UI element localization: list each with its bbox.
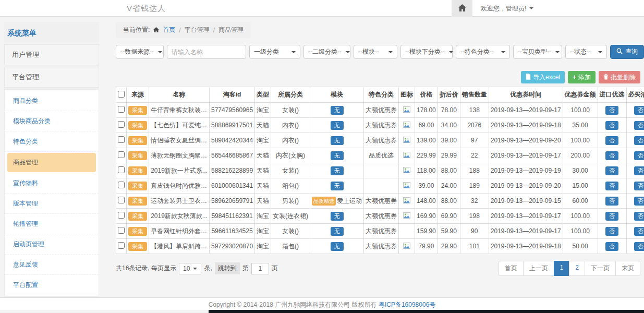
batch-delete-label: 批量删除	[611, 73, 636, 82]
sidebar-item-0[interactable]: 用户管理	[4, 44, 99, 65]
breadcrumb-item-platform[interactable]: 平台管理	[185, 26, 210, 34]
row-checkbox[interactable]	[118, 151, 125, 158]
breadcrumb-separator: /	[179, 27, 180, 34]
filter-select-3[interactable]: --模块--	[354, 45, 397, 59]
page-button-1[interactable]: 1	[554, 261, 570, 276]
row-select-cell	[116, 148, 127, 163]
import-select-badge[interactable]: 否	[605, 212, 618, 221]
filter-select-6[interactable]: --宝贝类型--	[513, 45, 562, 59]
filter-select-2[interactable]: --二级分类--	[303, 45, 350, 59]
feature-category-cell: 品质优选	[364, 148, 399, 163]
icp-link[interactable]: 粤ICP备16098006号	[379, 301, 435, 308]
import-select-badge[interactable]: 否	[605, 197, 618, 206]
row-checkbox[interactable]	[118, 212, 125, 219]
module-badge: 无	[331, 212, 344, 221]
module-cell: 品质精选爱上运动	[310, 194, 364, 209]
column-header-优惠券时间: 优惠券时间	[489, 87, 563, 103]
import-select-badge[interactable]: 否	[605, 166, 618, 175]
page-button-2[interactable]: 2	[569, 261, 585, 276]
sidebar-subitem-6[interactable]: 宣传物料	[5, 173, 99, 194]
must-buy-badge[interactable]: 否	[634, 182, 644, 190]
must-buy-badge[interactable]: 否	[634, 242, 644, 251]
add-button[interactable]: + 添加	[568, 71, 596, 83]
row-select-cell	[116, 118, 127, 133]
must-buy-badge[interactable]: 否	[634, 106, 644, 115]
breadcrumb-item-goods[interactable]: 商品管理	[218, 26, 244, 34]
home-button[interactable]	[452, 0, 472, 17]
row-checkbox[interactable]	[118, 121, 125, 128]
product-name-cell: 【港风】单肩斜跨链条...	[149, 239, 210, 254]
sidebar-subitem-2[interactable]: 商品分类	[5, 91, 99, 111]
filter-select-4[interactable]: --模块下分类--	[400, 45, 453, 59]
row-checkbox[interactable]	[118, 136, 125, 143]
import-select-badge[interactable]: 否	[605, 121, 618, 130]
category-cell: 男装()	[271, 194, 310, 209]
row-checkbox[interactable]	[118, 106, 125, 113]
import-select-badge[interactable]: 否	[605, 227, 618, 236]
page-button-上一页[interactable]: 上一页	[523, 261, 554, 276]
user-menu[interactable]: 欢迎您，管理员!	[472, 0, 542, 17]
sidebar-subitem-10[interactable]: 意见反馈	[5, 255, 99, 275]
image-icon	[403, 213, 410, 220]
filter-select-label: --宝贝类型--	[518, 47, 551, 56]
must-buy-badge[interactable]: 否	[634, 212, 644, 221]
query-button[interactable]: 查询	[610, 45, 644, 59]
query-button-label: 查询	[625, 47, 638, 56]
page-button-首页[interactable]: 首页	[499, 261, 524, 276]
row-checkbox[interactable]	[118, 242, 125, 249]
filter-select-1[interactable]: 一级分类	[249, 45, 300, 59]
row-checkbox[interactable]	[118, 182, 125, 188]
sidebar: 系统菜单 用户管理平台管理商品分类模块商品分类特色分类商品管理宣传物料版本管理轮…	[4, 22, 99, 297]
sidebar-subitem-3[interactable]: 模块商品分类	[5, 111, 99, 131]
module-cell: 无	[310, 118, 364, 133]
import-select-badge[interactable]: 否	[605, 242, 618, 251]
sidebar-subitem-7[interactable]: 版本管理	[5, 194, 99, 214]
sidebar-subitem-8[interactable]: 轮播管理	[5, 214, 99, 234]
coupon-amount-cell: 100.00	[563, 103, 598, 118]
sidebar-subitem-4[interactable]: 特色分类	[5, 131, 99, 152]
jump-page-input[interactable]	[251, 263, 269, 274]
sidebar-subitem-9[interactable]: 启动页管理	[5, 234, 99, 255]
import-select-badge[interactable]: 否	[605, 151, 618, 160]
row-checkbox[interactable]	[118, 166, 125, 173]
sidebar-subitem-11[interactable]: 平台配置	[5, 275, 99, 295]
jump-to-button[interactable]: 跳转到	[215, 262, 240, 274]
feature-category-cell: 大额优惠券	[364, 118, 399, 133]
pagination-bar: 共16条记录, 每页显示 10 条, 跳转到 第 页 首页上一页12下一页末页	[116, 261, 640, 276]
coupon-amount-cell: 50.00	[563, 239, 598, 254]
import-excel-button[interactable]: 导入excel	[521, 71, 565, 83]
must-buy-badge[interactable]: 否	[634, 136, 644, 145]
sidebar-title: 系统菜单	[4, 22, 99, 44]
filter-select-7[interactable]: --状态--	[565, 45, 607, 59]
coupon-amount-cell: 100.00	[563, 209, 598, 224]
name-search-input[interactable]	[167, 45, 246, 59]
import-select-badge[interactable]: 否	[605, 136, 618, 145]
filter-select-0[interactable]: --数据来源--	[116, 45, 164, 59]
filter-select-5[interactable]: --特色分类--	[456, 45, 510, 59]
must-buy-badge[interactable]: 否	[634, 227, 644, 236]
category-cell: 女装(连衣裙)	[271, 209, 310, 224]
row-checkbox[interactable]	[118, 197, 125, 203]
must-buy-badge[interactable]: 否	[634, 166, 644, 175]
page-button-末页[interactable]: 末页	[615, 261, 640, 276]
import-file-icon	[526, 74, 531, 81]
must-buy-badge[interactable]: 否	[634, 121, 644, 130]
must-buy-badge[interactable]: 否	[634, 151, 644, 160]
per-page-select[interactable]: 10	[179, 263, 201, 274]
page-button-下一页[interactable]: 下一页	[585, 261, 616, 276]
import-select-badge[interactable]: 否	[605, 106, 618, 115]
row-checkbox[interactable]	[118, 227, 125, 234]
must-buy-cell: 否	[626, 118, 644, 133]
type-cell: 天猫	[255, 163, 271, 178]
coupon-time-cell: 2019-09-13—2019-09-17	[489, 224, 563, 239]
import-select-badge[interactable]: 否	[605, 182, 618, 190]
select-all-checkbox[interactable]	[118, 91, 125, 98]
breadcrumb-home-link[interactable]: 首页	[163, 26, 175, 34]
column-header-销售数量: 销售数量	[460, 87, 489, 103]
batch-delete-button[interactable]: 批量删除	[599, 71, 640, 83]
sidebar-item-1[interactable]: 平台管理	[4, 67, 99, 88]
must-buy-badge[interactable]: 否	[634, 197, 644, 206]
discount-price-cell: 88.00	[438, 163, 460, 178]
sidebar-subitem-5[interactable]: 商品管理	[7, 153, 96, 172]
category-cell: 箱包()	[271, 178, 310, 194]
